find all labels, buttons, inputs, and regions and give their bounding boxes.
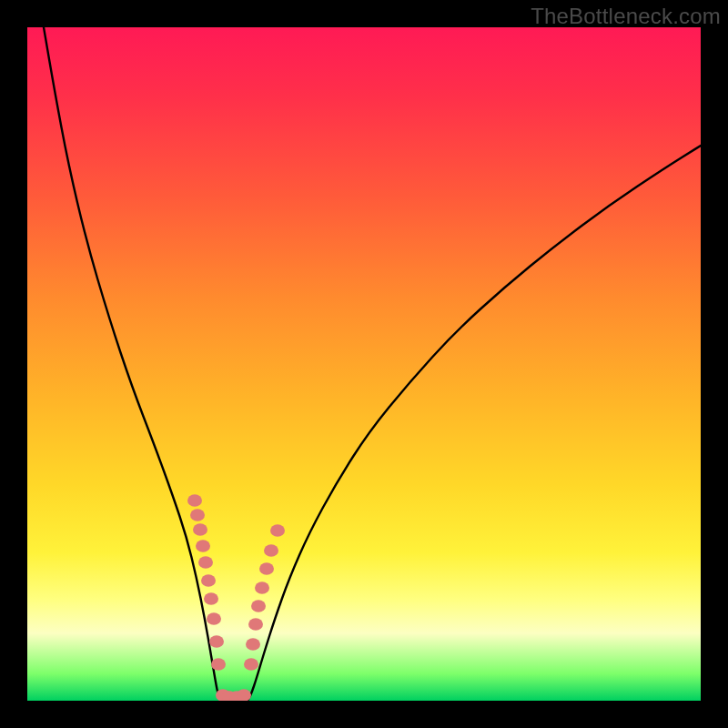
bead-marker <box>248 618 263 631</box>
curve-right <box>248 146 701 701</box>
bead-marker <box>255 581 269 594</box>
bead-marker <box>251 600 266 612</box>
bead-marker <box>207 612 221 625</box>
curve-left <box>44 27 222 701</box>
bead-marker <box>193 523 207 536</box>
bead-marker <box>246 638 260 651</box>
chart-frame <box>27 27 701 701</box>
bottleneck-plot <box>27 27 701 701</box>
bead-markers <box>187 494 285 701</box>
watermark-text: TheBottleneck.com <box>531 4 721 29</box>
bead-marker <box>201 574 216 587</box>
bead-marker <box>237 689 251 701</box>
bead-marker <box>259 562 274 575</box>
bead-marker <box>190 509 205 521</box>
bead-marker <box>196 540 210 552</box>
bead-marker <box>264 544 278 557</box>
bead-marker <box>204 592 218 605</box>
bead-marker <box>198 556 213 569</box>
bead-marker <box>244 658 258 671</box>
bead-marker <box>270 524 285 537</box>
bead-marker <box>209 635 224 648</box>
bead-marker <box>211 658 226 671</box>
bead-marker <box>187 494 202 507</box>
